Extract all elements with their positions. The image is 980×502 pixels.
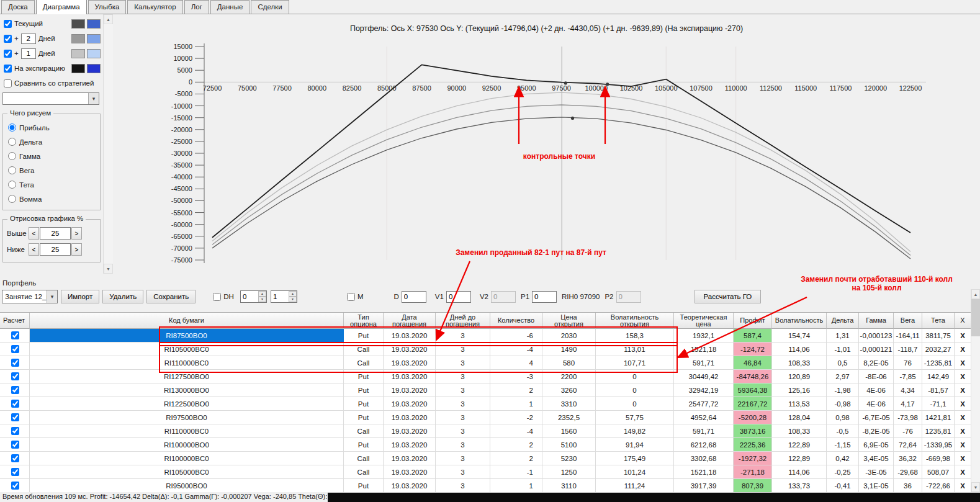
- below-increment-button[interactable]: >: [71, 243, 82, 256]
- plus2-gray-swatch[interactable]: [71, 34, 85, 43]
- radio-theta-input[interactable]: [8, 181, 16, 189]
- delete-row-button[interactable]: X: [955, 424, 971, 438]
- delete-row-button[interactable]: X: [955, 411, 971, 424]
- radio-delta[interactable]: Дельта: [7, 135, 97, 149]
- compare-strategy-checkbox[interactable]: [4, 79, 12, 87]
- col-open-volatility[interactable]: Волатильность открытия: [596, 313, 674, 329]
- col-days-to-expiry[interactable]: Дней до погашения: [436, 313, 490, 329]
- tab-board[interactable]: Доска: [1, 0, 35, 14]
- table-row[interactable]: RI95000BO0 Put 19.03.2020 3 1 3110 111,2…: [0, 479, 971, 493]
- radio-vega-input[interactable]: [8, 166, 16, 174]
- row-calc-checkbox[interactable]: [11, 441, 19, 449]
- row-calc-checkbox[interactable]: [11, 400, 19, 408]
- table-row[interactable]: RI100000BO0 Put 19.03.2020 3 2 5100 91,9…: [0, 438, 971, 452]
- import-button[interactable]: Импорт: [61, 290, 99, 303]
- expiration-checkbox[interactable]: [4, 65, 12, 73]
- col-volatility[interactable]: Волатильность: [772, 313, 827, 329]
- below-percent-input[interactable]: [40, 243, 71, 256]
- security-code-cell[interactable]: RI95000BO0: [30, 479, 344, 493]
- current-gray-swatch[interactable]: [71, 19, 85, 29]
- table-row[interactable]: RI100000BC0 Call 19.03.2020 3 2 5230 175…: [0, 452, 971, 465]
- chevron-down-icon[interactable]: ▾: [88, 93, 99, 104]
- col-option-type[interactable]: Тип опциона: [344, 313, 384, 329]
- security-code-cell[interactable]: RI100000BO0: [30, 438, 344, 452]
- security-code-cell[interactable]: RI110000BC0: [30, 424, 344, 438]
- spinner2-up-icon[interactable]: ▲: [289, 291, 297, 297]
- p1-input[interactable]: [532, 291, 557, 303]
- tab-smile[interactable]: Улыбка: [88, 0, 127, 14]
- col-theta[interactable]: Тета: [922, 313, 955, 329]
- table-row[interactable]: RI87500BO0 Put 19.03.2020 3 -6 2030 158,…: [0, 329, 971, 343]
- row-calc-checkbox[interactable]: [11, 331, 19, 339]
- chevron-down-icon[interactable]: ▾: [47, 290, 57, 303]
- scroll-up-icon[interactable]: ▲: [971, 289, 980, 299]
- expiration-blue-swatch[interactable]: [87, 64, 101, 73]
- scroll-down-icon[interactable]: ▼: [104, 264, 113, 274]
- col-vega[interactable]: Вега: [894, 313, 922, 329]
- table-row[interactable]: RI110000BC0 Call 19.03.2020 3 4 580 107,…: [0, 356, 971, 370]
- delete-button[interactable]: Удалить: [102, 290, 143, 303]
- scroll-down-icon[interactable]: ▼: [971, 482, 980, 492]
- table-row[interactable]: RI130000BO0 Put 19.03.2020 3 2 3260 0 32…: [0, 383, 971, 397]
- col-profit[interactable]: Профит: [734, 313, 772, 329]
- row-calc-checkbox[interactable]: [11, 427, 19, 435]
- col-code[interactable]: Код бумаги: [30, 313, 344, 329]
- table-row[interactable]: RI110000BC0 Call 19.03.2020 3 -4 1560 14…: [0, 424, 971, 438]
- delete-row-button[interactable]: X: [955, 397, 971, 411]
- scroll-up-icon[interactable]: ▲: [104, 14, 113, 24]
- expiration-black-swatch[interactable]: [71, 64, 85, 73]
- tab-log[interactable]: Лог: [184, 0, 209, 14]
- delete-row-button[interactable]: X: [955, 465, 971, 479]
- plus1-day-input[interactable]: [21, 48, 36, 59]
- above-increment-button[interactable]: >: [71, 227, 82, 240]
- radio-vomma-input[interactable]: [8, 195, 16, 203]
- save-button[interactable]: Сохранить: [146, 290, 196, 303]
- table-row[interactable]: RI105000BC0 Call 19.03.2020 3 -4 1490 11…: [0, 343, 971, 356]
- delete-row-button[interactable]: X: [955, 452, 971, 465]
- row-calc-checkbox[interactable]: [11, 482, 19, 490]
- col-gamma[interactable]: Гамма: [859, 313, 894, 329]
- scrollbar-thumb[interactable]: [971, 299, 980, 336]
- col-delta[interactable]: Дельта: [827, 313, 859, 329]
- above-percent-input[interactable]: [40, 227, 71, 240]
- tab-data[interactable]: Данные: [210, 0, 250, 14]
- security-code-cell[interactable]: RI122500BO0: [30, 397, 344, 411]
- plus2-days-input[interactable]: [21, 34, 36, 44]
- left-panel-scrollbar[interactable]: ▲ ▼: [103, 14, 113, 274]
- radio-profit[interactable]: Прибыль: [7, 120, 97, 135]
- radio-profit-input[interactable]: [8, 123, 16, 132]
- security-code-cell[interactable]: RI87500BO0: [30, 329, 344, 343]
- above-decrement-button[interactable]: <: [29, 227, 39, 240]
- delete-row-button[interactable]: X: [955, 343, 971, 356]
- delete-row-button[interactable]: X: [955, 329, 971, 343]
- plus1-day-checkbox[interactable]: [4, 50, 12, 58]
- security-code-cell[interactable]: RI110000BC0: [30, 356, 344, 370]
- table-scrollbar[interactable]: ▲ ▼: [971, 289, 980, 492]
- row-calc-checkbox[interactable]: [11, 386, 19, 394]
- plus2-days-checkbox[interactable]: [4, 35, 12, 43]
- row-calc-checkbox[interactable]: [11, 359, 19, 367]
- spinner2-down-icon[interactable]: ▼: [289, 297, 297, 302]
- col-delete[interactable]: X: [955, 313, 971, 329]
- compare-strategy-select[interactable]: ▾: [2, 92, 99, 105]
- delete-row-button[interactable]: X: [955, 479, 971, 493]
- col-quantity[interactable]: Количество: [490, 313, 542, 329]
- plus1-blue-swatch[interactable]: [87, 49, 101, 58]
- tab-calculator[interactable]: Калькулятор: [127, 0, 182, 14]
- radio-theta[interactable]: Тета: [7, 177, 97, 192]
- col-expiry-date[interactable]: Дата погашения: [384, 313, 436, 329]
- spinner1-up-icon[interactable]: ▲: [258, 291, 266, 297]
- radio-gamma[interactable]: Гамма: [7, 149, 97, 163]
- security-code-cell[interactable]: RI127500BO0: [30, 370, 344, 383]
- security-code-cell[interactable]: RI130000BO0: [30, 383, 344, 397]
- row-calc-checkbox[interactable]: [11, 345, 19, 353]
- spinner1-down-icon[interactable]: ▼: [258, 297, 266, 302]
- dh-checkbox[interactable]: [213, 293, 221, 301]
- security-code-cell[interactable]: RI105000BC0: [30, 343, 344, 356]
- col-calc[interactable]: Расчет: [0, 313, 30, 329]
- m-checkbox[interactable]: [347, 293, 355, 301]
- col-theo-price[interactable]: Теоретическая цена: [674, 313, 734, 329]
- chart-canvas[interactable]: 150001000050000-5000-10000-15000-20000-2…: [113, 14, 980, 277]
- plus2-blue-swatch[interactable]: [87, 34, 101, 43]
- col-open-price[interactable]: Цена открытия: [542, 313, 596, 329]
